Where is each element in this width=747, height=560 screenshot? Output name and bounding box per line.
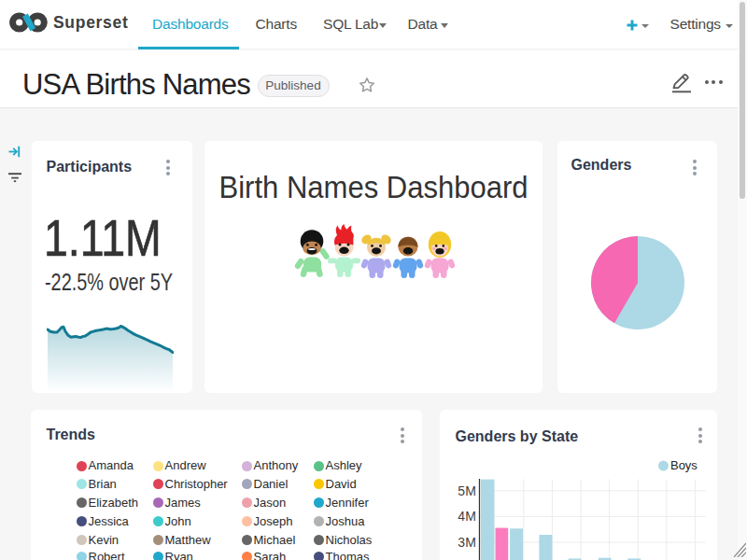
- svg-text:4M: 4M: [458, 509, 475, 524]
- svg-text:3M: 3M: [458, 535, 475, 550]
- svg-text:5M: 5M: [458, 483, 475, 497]
- svg-text:Boys: Boys: [669, 458, 697, 472]
